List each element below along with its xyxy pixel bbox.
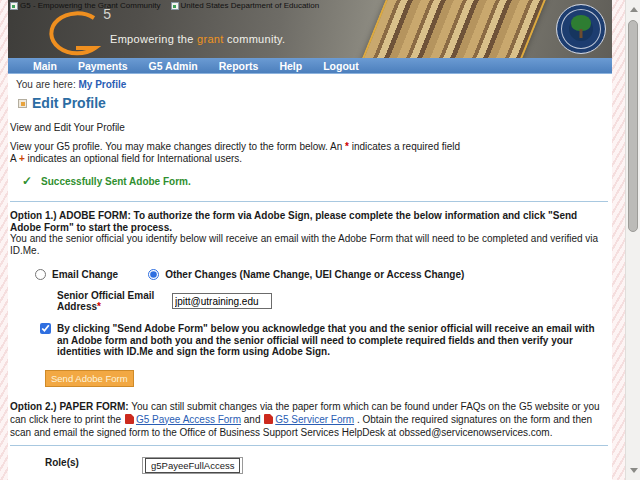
email-change-radio[interactable]: [35, 269, 46, 280]
success-check-icon: ✓: [22, 174, 32, 188]
breadcrumb-my-profile-link[interactable]: My Profile: [78, 79, 126, 90]
option2-description: Option 2.) PAPER FORM: You can still sub…: [10, 400, 610, 439]
acknowledge-checkbox-label: By clicking "Send Adobe Form" below you …: [57, 323, 600, 358]
intro-text: View your G5 profile. You may make chang…: [10, 141, 610, 164]
g5-logo-five: 5: [103, 6, 112, 22]
email-label-text: Senior Official Email Address: [57, 290, 154, 312]
scroll-down-arrow-icon[interactable]: [627, 464, 640, 477]
other-changes-label: Other Changes (Name Change, UEI Change o…: [165, 269, 464, 280]
banner-tagline: Empowering the grant community.: [110, 33, 285, 45]
nav-item-g5-admin[interactable]: G5 Admin: [149, 60, 198, 72]
page-heading-row: Edit Profile: [18, 95, 610, 111]
other-changes-radio[interactable]: [148, 269, 159, 280]
senior-official-email-row: Senior Official Email Address*: [57, 290, 610, 312]
g5-logo-icon: 5: [34, 6, 112, 58]
page-title: Edit Profile: [32, 95, 106, 111]
roles-row: Role(s) g5PayeeFullAccess: [45, 457, 610, 474]
section-divider: [10, 201, 608, 202]
seal-trunk-icon: [580, 29, 583, 38]
acknowledge-checkbox[interactable]: [40, 323, 51, 334]
acknowledge-checkbox-row: By clicking "Send Adobe Form" below you …: [40, 323, 600, 358]
banner-alt-right: United States Department of Education: [171, 1, 320, 10]
option1-label: Option 1.) ADOBE FORM:: [10, 210, 131, 221]
broken-image-icon: [171, 2, 179, 10]
success-message-text: Successfully Sent Adobe Form.: [41, 176, 191, 187]
nav-item-help[interactable]: Help: [279, 60, 302, 72]
scroll-up-arrow-icon[interactable]: [627, 3, 640, 16]
intro-line2: A + indicates an optional field for Inte…: [10, 153, 610, 165]
intro-line1-tail: indicates a required field: [349, 141, 460, 152]
intro-line2-tail: indicates an optional field for Internat…: [25, 153, 242, 164]
pdf-icon: [264, 414, 273, 424]
senior-official-email-label: Senior Official Email Address*: [57, 290, 169, 312]
success-message: ✓ Successfully Sent Adobe Form.: [22, 174, 610, 188]
nav-item-payments[interactable]: Payments: [78, 60, 128, 72]
page-content: You are here: My Profile Edit Profile Vi…: [8, 74, 612, 479]
intro-line1: View your G5 profile. You may make chang…: [10, 141, 610, 153]
roles-listbox[interactable]: g5PayeeFullAccess: [142, 457, 243, 474]
tagline-grant: grant: [197, 33, 224, 45]
g5-application-window: G5 - Empowering the Grant Community Unit…: [8, 0, 612, 480]
intro-line2-text: A: [10, 153, 19, 164]
required-asterisk: *: [97, 301, 101, 312]
breadcrumb-prefix: You are here:: [16, 79, 78, 90]
roles-label: Role(s): [45, 457, 142, 468]
option2-label: Option 2.) PAPER FORM:: [10, 401, 129, 412]
senior-official-email-input[interactable]: [172, 293, 272, 309]
header-banner: G5 - Empowering the Grant Community Unit…: [8, 0, 612, 58]
nav-item-main[interactable]: Main: [33, 60, 57, 72]
subheading: View and Edit Your Profile: [10, 122, 610, 133]
bookshelf-image: [361, 0, 548, 58]
vertical-scrollbar[interactable]: [625, 0, 640, 480]
option2-text2: and: [241, 414, 263, 425]
tagline-suffix: community.: [224, 33, 286, 45]
nav-item-reports[interactable]: Reports: [219, 60, 259, 72]
email-change-label: Email Change: [52, 269, 118, 280]
change-type-radio-group: Email Change Other Changes (Name Change,…: [35, 269, 610, 280]
option1-line2: You and the senior official you identify…: [10, 233, 610, 256]
banner-alt-right-text: United States Department of Education: [181, 1, 320, 10]
intro-line1-text: View your G5 profile. You may make chang…: [10, 141, 345, 152]
broken-image-icon: [10, 2, 18, 10]
section-divider: [10, 445, 608, 446]
pdf-icon: [125, 414, 134, 424]
send-adobe-form-button[interactable]: Send Adobe Form: [45, 370, 134, 387]
roles-selected-option[interactable]: g5PayeeFullAccess: [145, 458, 240, 473]
breadcrumb: You are here: My Profile: [16, 79, 610, 90]
education-seal-icon: [556, 4, 606, 54]
payee-access-form-link[interactable]: G5 Payee Access Form: [136, 414, 241, 425]
scrollbar-thumb[interactable]: [628, 20, 638, 232]
option1-line1: Option 1.) ADOBE FORM: To authorize the …: [10, 210, 610, 233]
edit-profile-icon: [18, 99, 27, 108]
option1-description: Option 1.) ADOBE FORM: To authorize the …: [10, 210, 610, 256]
servicer-form-link[interactable]: G5 Servicer Form: [275, 414, 354, 425]
main-nav-bar: Main Payments G5 Admin Reports Help Logo…: [8, 58, 612, 74]
tagline-prefix: Empowering the: [110, 33, 197, 45]
nav-item-logout[interactable]: Logout: [323, 60, 359, 72]
